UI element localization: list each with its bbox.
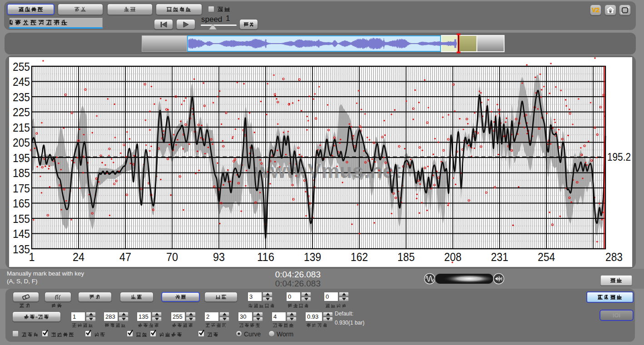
svg-text:175: 175 <box>13 182 30 195</box>
svg-text:139: 139 <box>304 250 321 264</box>
svg-text:93: 93 <box>213 250 225 264</box>
svg-text:283: 283 <box>605 250 623 264</box>
svg-text:255: 255 <box>13 60 30 74</box>
svg-text:195: 195 <box>13 151 30 165</box>
svg-text:215: 215 <box>13 121 30 134</box>
svg-text:245: 245 <box>13 75 30 89</box>
svg-text:235: 235 <box>13 90 30 104</box>
svg-text:208: 208 <box>444 250 461 264</box>
svg-text:1: 1 <box>29 250 35 264</box>
svg-text:225: 225 <box>13 105 30 119</box>
svg-text:24: 24 <box>73 250 84 264</box>
svg-text:205: 205 <box>13 136 30 149</box>
svg-text:165: 165 <box>13 197 30 210</box>
svg-text:145: 145 <box>13 227 30 241</box>
svg-text:70: 70 <box>166 250 178 264</box>
svg-text:185: 185 <box>13 166 30 180</box>
svg-text:254: 254 <box>538 250 555 264</box>
svg-text:162: 162 <box>351 250 368 264</box>
svg-text:135: 135 <box>13 242 30 256</box>
svg-text:195.2: 195.2 <box>607 151 631 163</box>
svg-text:47: 47 <box>119 250 131 264</box>
svg-text:231: 231 <box>491 250 508 264</box>
svg-text:185: 185 <box>397 250 415 264</box>
svg-text:155: 155 <box>13 212 30 226</box>
svg-text:116: 116 <box>257 250 274 264</box>
